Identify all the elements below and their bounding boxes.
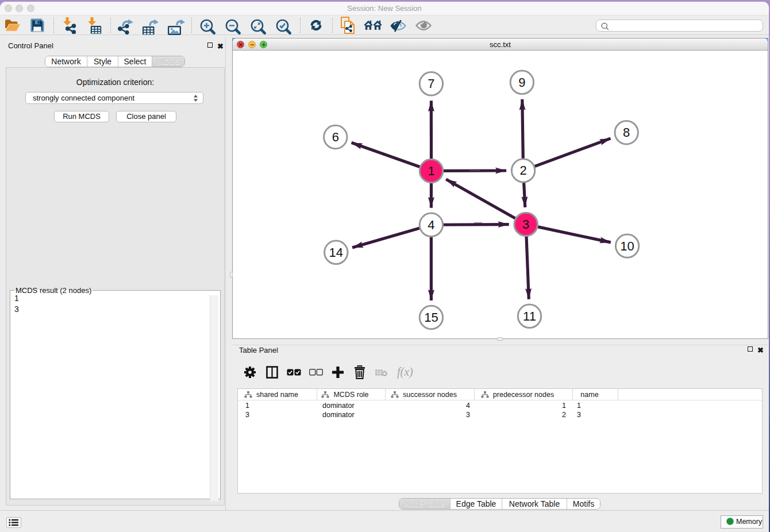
svg-text:3: 3 — [522, 217, 529, 232]
svg-text:1: 1 — [428, 164, 434, 178]
svg-text:15: 15 — [424, 310, 438, 325]
svg-text:6: 6 — [332, 130, 339, 144]
svg-text:10: 10 — [620, 239, 634, 253]
svg-text:7: 7 — [428, 76, 434, 91]
svg-text:2: 2 — [519, 163, 526, 178]
svg-text:8: 8 — [623, 125, 630, 140]
svg-text:11: 11 — [523, 309, 536, 323]
svg-text:14: 14 — [329, 245, 343, 260]
svg-text:9: 9 — [518, 75, 525, 90]
svg-text:4: 4 — [428, 218, 434, 232]
